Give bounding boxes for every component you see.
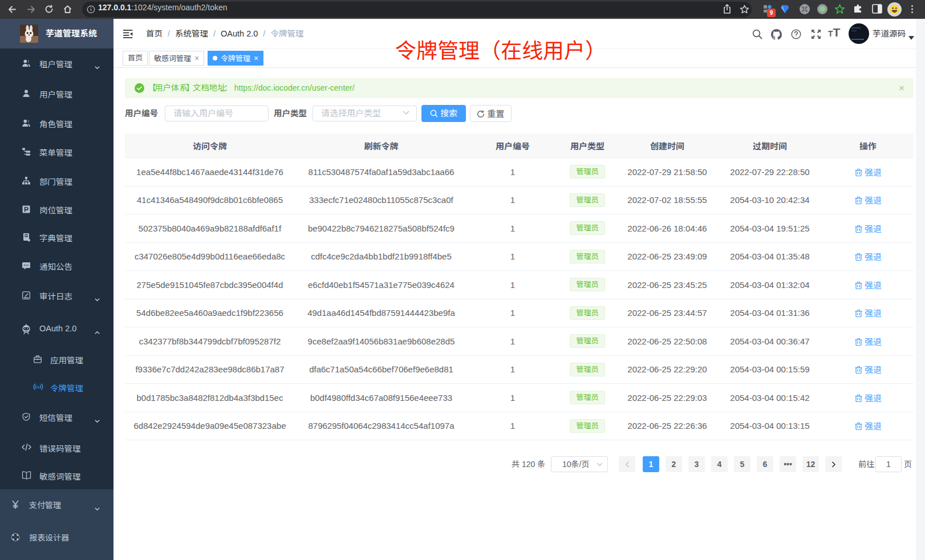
svg-text:a: a bbox=[37, 385, 39, 389]
